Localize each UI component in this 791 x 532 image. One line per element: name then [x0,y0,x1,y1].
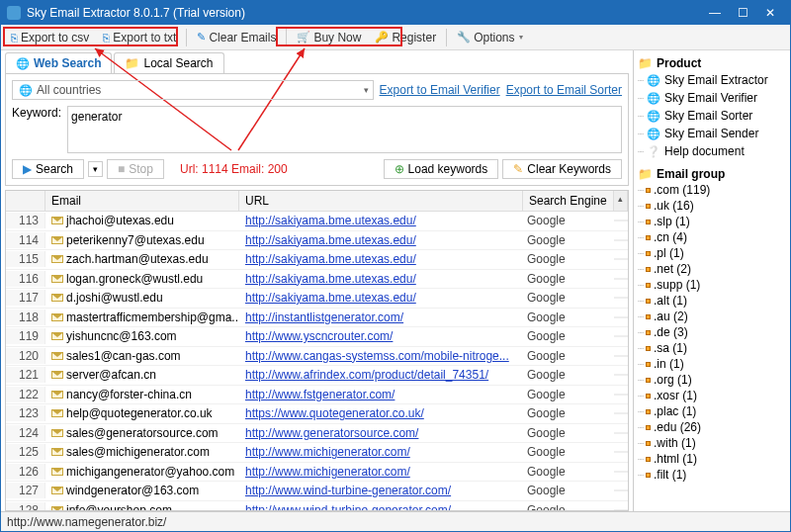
table-row[interactable]: 123help@quotegenerator.co.ukhttps://www.… [6,404,628,424]
scrollbar-up[interactable]: ▴ [614,191,628,211]
scrollbar-track[interactable] [614,432,628,434]
row-url[interactable]: http://instantlistgenerator.com/ [239,310,521,325]
email-group-item[interactable]: ┈.filt (1) [638,468,786,482]
clear-keywords-button[interactable]: ✎Clear Keywords [502,159,622,179]
scrollbar-track[interactable] [614,509,628,510]
email-group-item[interactable]: ┈.plac (1) [638,404,786,418]
row-url[interactable]: http://sakiyama.bme.utexas.edu/ [239,213,521,228]
scrollbar-track[interactable] [614,394,628,396]
table-row[interactable]: 121server@afcan.cnhttp://www.afrindex.co… [6,366,628,386]
tree-connector: ┈ [638,327,643,338]
row-url[interactable]: http://www.wind-turbine-generator.com/ [239,483,521,498]
table-row[interactable]: 120sales1@can-gas.comhttp://www.cangas-s… [6,347,628,367]
tab-local-search[interactable]: 📁Local Search [114,52,223,73]
export-verifier-link[interactable]: Export to Email Verifier [380,83,500,97]
close-button[interactable]: ✕ [756,2,784,24]
countries-dropdown[interactable]: 🌐 All countries ▾ [12,80,374,100]
table-row[interactable]: 116logan.groneck@wustl.eduhttp://sakiyam… [6,270,628,290]
scrollbar-track[interactable] [614,239,628,241]
email-group-item[interactable]: ┈.sa (1) [638,341,786,355]
email-group-item[interactable]: ┈.html (1) [638,452,786,466]
column-search-engine[interactable]: Search Engine [523,191,614,211]
export-sorter-link[interactable]: Export to Email Sorter [506,83,622,97]
row-url[interactable]: http://www.wind-turbine-generator.com/ [239,502,521,510]
email-group-item[interactable]: ┈.com (119) [638,183,786,197]
table-body[interactable]: 113jhachoi@utexas.eduhttp://sakiyama.bme… [6,212,628,510]
email-group-item[interactable]: ┈.supp (1) [638,278,786,292]
table-row[interactable]: 118mastertrafficmembership@gma...http://… [6,309,628,328]
email-group-item[interactable]: ┈.de (3) [638,325,786,339]
table-row[interactable]: 126michigangenerator@yahoo.comhttp://www… [6,463,628,483]
register-button[interactable]: 🔑Register [369,29,442,46]
email-group-item[interactable]: ┈.edu (26) [638,420,786,434]
row-url[interactable]: http://sakiyama.bme.utexas.edu/ [239,232,521,248]
table-row[interactable]: 128info@yourshop.comhttp://www.wind-turb… [6,501,628,511]
table-row[interactable]: 124sales@generatorsource.comhttp://www.g… [6,424,628,444]
email-group-item[interactable]: ┈.org (1) [638,373,786,387]
product-item[interactable]: ┈🌐Sky Email Sorter [638,108,786,124]
scrollbar-track[interactable] [614,489,628,491]
email-group-item[interactable]: ┈.pl (1) [638,246,786,260]
scrollbar-track[interactable] [614,297,628,299]
email-group-item[interactable]: ┈.xosr (1) [638,389,786,402]
row-url[interactable]: http://www.yscncrouter.com/ [239,328,521,344]
email-group-item[interactable]: ┈.in (1) [638,357,786,371]
scrollbar-track[interactable] [614,316,628,318]
table-row[interactable]: 117d.joshi@wustl.eduhttp://sakiyama.bme.… [6,289,628,309]
scrollbar-track[interactable] [614,258,628,260]
scrollbar-track[interactable] [614,451,628,453]
column-url[interactable]: URL [239,191,523,211]
row-url[interactable]: https://www.quotegenerator.co.uk/ [239,405,521,421]
scrollbar-track[interactable] [614,278,628,280]
email-group-item[interactable]: ┈.with (1) [638,436,786,450]
row-url[interactable]: http://www.fstgenerator.com/ [239,387,521,402]
table-row[interactable]: 115zach.hartman@utexas.eduhttp://sakiyam… [6,250,628,270]
product-item[interactable]: ┈❔Help document [638,143,786,159]
export-csv-button[interactable]: ⎘Export to csv [5,29,95,46]
table-row[interactable]: 114peterikenny7@utexas.eduhttp://sakiyam… [6,231,628,251]
scrollbar-track[interactable] [614,355,628,357]
statusbar: http://www.namegenerator.biz/ [1,511,790,531]
scrollbar-track[interactable] [614,220,628,222]
table-row[interactable]: 119yishuncnc@163.comhttp://www.yscncrout… [6,327,628,347]
row-url[interactable]: http://www.cangas-systemss.com/mobile-ni… [239,348,521,364]
row-url[interactable]: http://sakiyama.bme.utexas.edu/ [239,271,521,287]
column-number[interactable] [6,191,45,211]
row-url[interactable]: http://www.michigenerator.com/ [239,464,521,480]
options-button[interactable]: 🔧Options▾ [451,29,529,46]
email-group-item[interactable]: ┈.cn (4) [638,230,786,244]
buy-now-button[interactable]: 🛒Buy Now [291,29,367,46]
row-url[interactable]: http://www.afrindex.com/product/detail_7… [239,367,521,383]
row-url[interactable]: http://sakiyama.bme.utexas.edu/ [239,251,521,267]
stop-button[interactable]: ■Stop [107,159,164,179]
table-row[interactable]: 122nancy@forster-china.cnhttp://www.fstg… [6,386,628,405]
table-row[interactable]: 113jhachoi@utexas.eduhttp://sakiyama.bme… [6,212,628,231]
product-item[interactable]: ┈🌐Sky Email Sender [638,126,786,141]
tab-web-search[interactable]: 🌐Web Search [5,52,112,73]
scrollbar-track[interactable] [614,412,628,414]
product-item[interactable]: ┈🌐Sky Email Verifier [638,90,786,106]
table-row[interactable]: 127windgenerator@163.comhttp://www.wind-… [6,482,628,501]
scrollbar-track[interactable] [614,471,628,473]
scrollbar-track[interactable] [614,335,628,337]
load-keywords-button[interactable]: ⊕Load keywords [384,159,499,179]
search-dropdown[interactable]: ▾ [88,161,103,177]
product-item[interactable]: ┈🌐Sky Email Extractor [638,72,786,88]
search-button[interactable]: ▶Search [12,159,84,179]
column-email[interactable]: Email [45,191,239,211]
email-group-item[interactable]: ┈.slp (1) [638,215,786,228]
minimize-button[interactable]: — [701,2,729,24]
row-url[interactable]: http://www.michigenerator.com/ [239,444,521,460]
scrollbar-track[interactable] [614,374,628,376]
row-url[interactable]: http://www.generatorsource.com/ [239,425,521,441]
maximize-button[interactable]: ☐ [729,2,756,24]
row-url[interactable]: http://sakiyama.bme.utexas.edu/ [239,290,521,306]
email-group-item[interactable]: ┈.alt (1) [638,294,786,308]
email-group-item[interactable]: ┈.net (2) [638,262,786,276]
export-txt-button[interactable]: ⎘Export to txt [97,29,182,46]
clear-emails-button[interactable]: ✎Clear Emails [191,29,282,46]
table-row[interactable]: 125sales@michigenerator.comhttp://www.mi… [6,443,628,463]
email-group-item[interactable]: ┈.au (2) [638,310,786,323]
email-group-item[interactable]: ┈.uk (16) [638,199,786,213]
keyword-input[interactable] [67,106,622,153]
